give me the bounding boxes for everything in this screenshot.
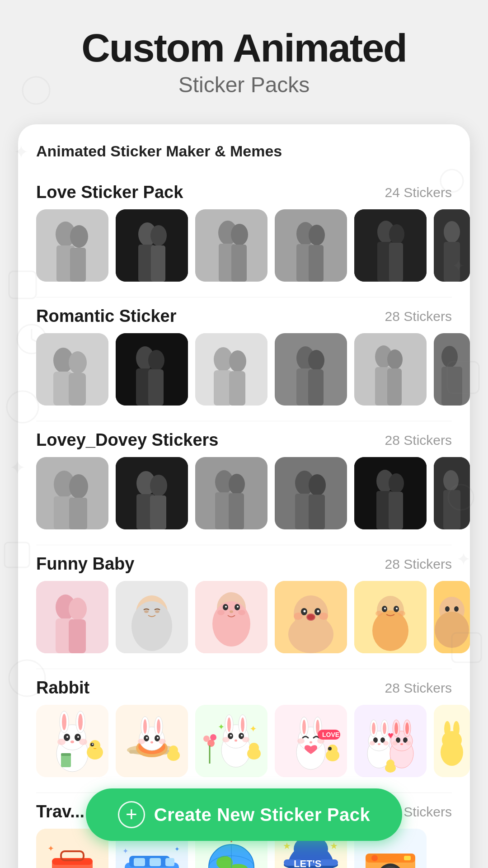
sticker-thumb-partial[interactable] [434,457,470,529]
plus-circle-icon: + [118,801,145,828]
sticker-pack-romantic[interactable]: Romantic Sticker 28 Stickers [18,297,470,416]
svg-point-130 [319,613,328,620]
sticker-thumb[interactable] [195,333,267,406]
svg-point-115 [225,606,227,608]
svg-point-33 [309,225,325,245]
svg-point-38 [389,224,404,244]
sticker-thumb-partial[interactable] [434,705,470,777]
svg-point-79 [150,475,167,496]
svg-rect-58 [229,371,245,406]
svg-point-241 [400,743,403,745]
svg-point-144 [454,606,459,612]
svg-point-74 [69,474,88,499]
sticker-thumb[interactable] [116,705,188,777]
sticker-thumb[interactable] [116,457,188,529]
svg-point-197 [230,735,232,736]
svg-point-98 [443,470,459,491]
svg-rect-268 [150,858,161,866]
svg-point-109 [155,610,160,613]
svg-point-187 [210,734,216,741]
svg-point-249 [442,731,462,749]
svg-point-232 [383,741,389,745]
svg-point-139 [398,611,405,616]
svg-point-119 [238,610,245,615]
sticker-thumb[interactable] [36,333,108,406]
pack-header-rabbit: Rabbit 28 Stickers [18,669,470,705]
create-sticker-pack-button[interactable]: + Create New Sticker Pack [86,788,402,841]
svg-point-156 [70,741,74,743]
svg-point-214 [297,738,305,744]
header-title: Custom Animated [18,27,470,69]
sticker-thumb[interactable] [116,209,188,282]
sticker-thumb[interactable] [275,209,347,282]
svg-point-23 [150,225,167,246]
svg-rect-63 [308,369,324,406]
sticker-pack-rabbit[interactable]: Rabbit 28 Stickers [18,669,470,788]
svg-rect-269 [165,858,174,866]
pack-name-rabbit: Rabbit [36,678,89,698]
svg-rect-35 [309,245,324,282]
sticker-thumb-partial[interactable] [434,333,470,406]
sticker-thumb[interactable] [36,581,108,653]
fab-label: Create New Sticker Pack [154,805,370,825]
sticker-thumb[interactable] [36,209,108,282]
pack-name-lovey-dovey: Lovey_Dovey Stickers [36,430,218,450]
sticker-thumb[interactable] [116,333,188,406]
sticker-pack-lovey-dovey[interactable]: Lovey_Dovey Stickers 28 Stickers [18,421,470,540]
sticker-thumb-partial[interactable] [434,209,470,282]
svg-point-203 [249,743,259,753]
svg-point-230 [378,743,380,745]
svg-point-149 [62,714,66,730]
svg-text:LOVE: LOVE [322,731,339,738]
svg-rect-267 [134,858,145,866]
svg-point-157 [57,739,66,745]
svg-text:♥: ♥ [388,730,394,741]
sticker-pack-funny-baby[interactable]: Funny Baby 28 Stickers [18,545,470,664]
sticker-row-lovey-dovey [18,457,470,540]
sticker-thumb[interactable]: ♥ [354,705,427,777]
svg-point-129 [294,613,303,620]
svg-rect-20 [70,248,86,282]
header: Custom Animated Sticker Packs [0,0,488,111]
sticker-thumb[interactable] [354,581,427,653]
svg-rect-96 [389,492,403,529]
sticker-thumb-partial[interactable] [434,581,470,653]
svg-point-231 [370,741,375,745]
plus-symbol: + [126,804,137,824]
sticker-thumb[interactable] [116,581,188,653]
svg-point-108 [144,610,149,613]
svg-point-151 [78,714,83,730]
svg-point-136 [384,608,386,609]
sticker-thumb[interactable] [275,457,347,529]
svg-rect-68 [387,368,402,406]
sticker-pack-love[interactable]: Love Sticker Pack 24 Stickers [18,174,470,292]
svg-point-194 [241,717,244,732]
sticker-thumb[interactable] [275,333,347,406]
svg-point-70 [441,346,458,368]
svg-point-177 [146,737,148,739]
sticker-thumb[interactable] [354,457,427,529]
sticker-thumb[interactable] [36,705,108,777]
svg-rect-53 [148,369,164,406]
svg-point-236 [394,722,398,734]
svg-rect-104 [69,619,86,653]
sticker-thumb[interactable] [195,581,267,653]
pack-header-funny-baby: Funny Baby 28 Stickers [18,545,470,581]
sticker-thumb[interactable]: LOVE [275,705,347,777]
sticker-thumb[interactable] [275,581,347,653]
sticker-thumb[interactable] [354,209,427,282]
svg-point-51 [148,350,164,371]
sticker-thumb[interactable] [354,333,427,406]
svg-point-183 [169,745,178,755]
sticker-thumb[interactable]: ✦ ✦ [195,705,267,777]
sticker-thumb[interactable] [36,457,108,529]
svg-point-125 [304,610,306,613]
sticker-thumb[interactable] [195,457,267,529]
svg-point-84 [229,474,245,495]
svg-rect-254 [52,858,93,865]
svg-rect-43 [444,242,460,282]
sticker-thumb[interactable] [195,209,267,282]
svg-point-46 [69,351,87,374]
pack-header-lovey-dovey: Lovey_Dovey Stickers 28 Stickers [18,421,470,457]
svg-text:✦: ✦ [218,722,225,731]
